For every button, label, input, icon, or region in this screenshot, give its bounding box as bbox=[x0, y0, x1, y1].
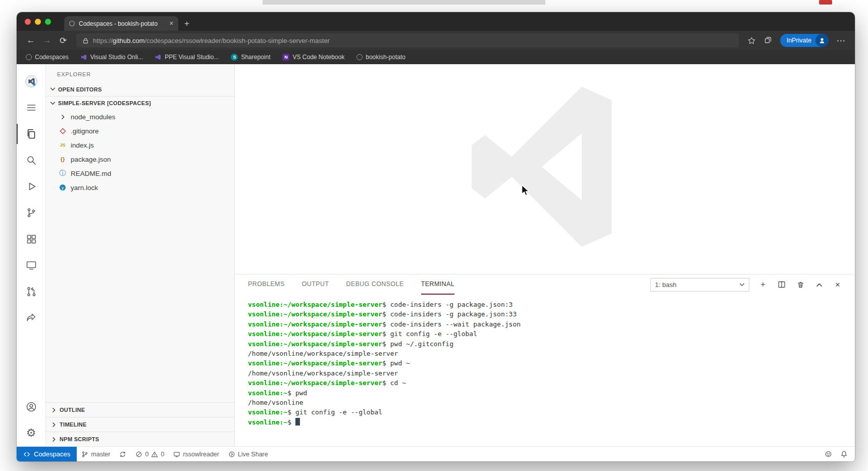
new-terminal-button[interactable]: + bbox=[758, 279, 768, 290]
json-file-icon: {} bbox=[58, 156, 67, 162]
terminal-line: vsonline:~/workspace/simple-server$ pwd … bbox=[248, 339, 855, 349]
problems-indicator[interactable]: 0 0 bbox=[131, 447, 169, 461]
tab-output[interactable]: OUTPUT bbox=[302, 274, 329, 295]
file-readme-md[interactable]: ⓘ README.md bbox=[46, 166, 234, 180]
explorer-sidebar: EXPLORER OPEN EDITORS SIMPLE-SERVER [COD… bbox=[46, 64, 235, 446]
sync-indicator[interactable] bbox=[115, 447, 131, 461]
notebook-icon: N bbox=[282, 54, 289, 61]
chevron-right-icon bbox=[58, 114, 67, 120]
terminal-shell-selector[interactable]: 1: bash bbox=[650, 278, 749, 292]
sync-icon bbox=[119, 451, 126, 458]
inprivate-badge[interactable]: InPrivate bbox=[780, 34, 829, 47]
favorites-star-icon[interactable] bbox=[745, 33, 759, 48]
browser-tab-bar: Codespaces - bookish-potato ✕ + bbox=[17, 12, 855, 31]
source-control-icon[interactable] bbox=[17, 200, 46, 226]
editor-area[interactable] bbox=[235, 64, 855, 274]
warning-count: 0 bbox=[161, 451, 164, 458]
browser-menu-icon[interactable]: ⋯ bbox=[834, 33, 848, 48]
workspace-indicator[interactable]: rssowlreader bbox=[169, 447, 224, 461]
npm-scripts-section[interactable]: NPM SCRIPTS bbox=[46, 432, 234, 446]
terminal-line: vsonline:~/workspace/simple-server$ code… bbox=[248, 300, 855, 309]
panel-controls: 1: bash + ✕ bbox=[650, 278, 843, 292]
workspace-section[interactable]: SIMPLE-SERVER [CODESPACES] bbox=[46, 96, 234, 110]
back-button[interactable]: ← bbox=[24, 33, 38, 48]
branch-icon bbox=[81, 451, 88, 458]
tab-close-icon[interactable]: ✕ bbox=[169, 20, 174, 27]
sidebar-bottom-sections: OUTLINE TIMELINE NPM SCRIPTS bbox=[46, 402, 234, 446]
git-branch-indicator[interactable]: master bbox=[77, 447, 115, 461]
terminal-line: vsonline:~/workspace/simple-server$ code… bbox=[248, 319, 855, 329]
file-yarn-lock[interactable]: y yarn.lock bbox=[46, 180, 234, 195]
tab-title: Codespaces - bookish-potato bbox=[79, 20, 166, 27]
visual-studio-icon bbox=[155, 54, 162, 61]
git-file-icon bbox=[58, 128, 67, 134]
terminal-line: vsonline:~/workspace/simple-server$ pwd … bbox=[248, 358, 855, 368]
settings-gear-icon[interactable]: ⚙ bbox=[17, 420, 46, 446]
status-right bbox=[825, 447, 855, 461]
tab-problems[interactable]: PROBLEMS bbox=[248, 274, 285, 295]
browser-window: Codespaces - bookish-potato ✕ + ← → ⟳ ht… bbox=[17, 12, 855, 461]
bookmark-vscode-notebook[interactable]: N VS Code Notebook bbox=[282, 54, 344, 61]
terminal-output[interactable]: vsonline:~/workspace/simple-server$ code… bbox=[235, 295, 855, 446]
close-panel-icon[interactable]: ✕ bbox=[833, 279, 843, 290]
close-window-button[interactable] bbox=[25, 19, 31, 25]
remote-explorer-icon[interactable] bbox=[17, 252, 46, 278]
feedback-smiley-icon[interactable] bbox=[825, 450, 832, 458]
bookmark-bookish-potato[interactable]: bookish-potato bbox=[356, 54, 405, 61]
notifications-bell-icon[interactable] bbox=[840, 450, 848, 458]
extensions-icon[interactable] bbox=[17, 226, 46, 252]
markdown-info-icon: ⓘ bbox=[58, 169, 67, 178]
status-bar: Codespaces master 0 0 rssowlreader Live … bbox=[17, 446, 855, 461]
remote-indicator[interactable]: Codespaces bbox=[17, 447, 77, 461]
url-text: https://github.com/codespaces/rssowlread… bbox=[93, 37, 330, 44]
maximize-window-button[interactable] bbox=[45, 19, 51, 25]
bookmark-ppe-visual-studio[interactable]: PPE Visual Studio... bbox=[155, 54, 219, 61]
tab-terminal[interactable]: TERMINAL bbox=[421, 274, 454, 295]
account-icon[interactable] bbox=[17, 394, 46, 420]
run-debug-icon[interactable] bbox=[17, 173, 46, 200]
javascript-file-icon: JS bbox=[58, 143, 67, 148]
bottom-panel: PROBLEMS OUTPUT DEBUG CONSOLE TERMINAL 1… bbox=[235, 274, 855, 446]
codespaces-logo[interactable] bbox=[17, 68, 46, 95]
bookmark-codespaces[interactable]: Codespaces bbox=[26, 54, 69, 61]
error-count: 0 bbox=[145, 451, 148, 458]
terminal-line: /home/vsonline/workspace/simple-server bbox=[248, 349, 855, 358]
split-terminal-icon[interactable] bbox=[777, 279, 787, 290]
browser-tab[interactable]: Codespaces - bookish-potato ✕ bbox=[64, 16, 178, 31]
file-node-modules[interactable]: node_modules bbox=[46, 110, 234, 124]
visual-studio-icon bbox=[81, 54, 87, 61]
open-editors-section[interactable]: OPEN EDITORS bbox=[46, 82, 234, 96]
vscode-watermark-logo bbox=[463, 83, 634, 250]
sidebar-title: EXPLORER bbox=[46, 64, 234, 82]
refresh-button[interactable]: ⟳ bbox=[56, 33, 70, 48]
tab-debug-console[interactable]: DEBUG CONSOLE bbox=[346, 274, 403, 295]
bookmark-visual-studio-online[interactable]: Visual Studio Onli... bbox=[81, 54, 143, 61]
lock-icon bbox=[82, 37, 89, 44]
minimize-window-button[interactable] bbox=[35, 19, 41, 25]
chevron-down-icon bbox=[739, 282, 745, 288]
maximize-panel-icon[interactable] bbox=[814, 279, 824, 290]
editor-group: PROBLEMS OUTPUT DEBUG CONSOLE TERMINAL 1… bbox=[235, 64, 855, 446]
kill-terminal-trash-icon[interactable] bbox=[795, 279, 805, 290]
pull-request-icon[interactable] bbox=[17, 278, 46, 305]
live-share-icon[interactable] bbox=[17, 305, 46, 331]
file-index-js[interactable]: JS index.js bbox=[46, 138, 234, 152]
panel-header: PROBLEMS OUTPUT DEBUG CONSOLE TERMINAL 1… bbox=[235, 274, 855, 295]
address-bar[interactable]: https://github.com/codespaces/rssowlread… bbox=[76, 33, 739, 48]
forward-button[interactable]: → bbox=[40, 33, 54, 48]
outline-section[interactable]: OUTLINE bbox=[46, 402, 234, 417]
timeline-section[interactable]: TIMELINE bbox=[46, 417, 234, 432]
menu-icon[interactable] bbox=[17, 95, 46, 121]
new-tab-button[interactable]: + bbox=[184, 19, 189, 29]
bookmarks-bar: Codespaces Visual Studio Onli... PPE Vis… bbox=[17, 50, 855, 64]
explorer-icon[interactable] bbox=[17, 121, 46, 147]
search-icon[interactable] bbox=[17, 147, 46, 173]
panel-tabs: PROBLEMS OUTPUT DEBUG CONSOLE TERMINAL bbox=[248, 274, 454, 295]
terminal-line: /home/vsonline bbox=[248, 398, 855, 407]
file-package-json[interactable]: {} package.json bbox=[46, 152, 234, 166]
terminal-line: vsonline:~/workspace/simple-server$ cd ~ bbox=[248, 378, 855, 388]
live-share-status[interactable]: Live Share bbox=[224, 447, 273, 461]
bookmark-sharepoint[interactable]: S Sharepoint bbox=[231, 54, 270, 61]
collections-icon[interactable] bbox=[761, 33, 775, 48]
file-gitignore[interactable]: .gitignore bbox=[46, 124, 234, 138]
